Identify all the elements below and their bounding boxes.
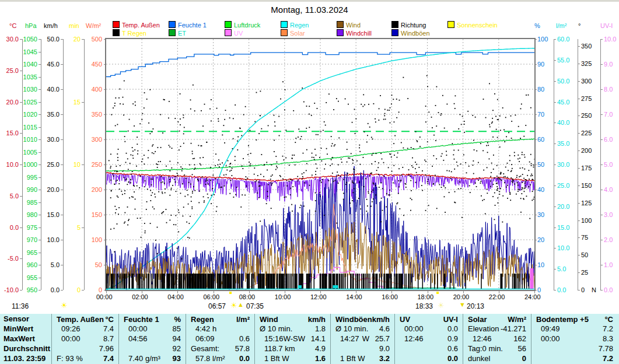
direction-dot	[145, 230, 146, 232]
axis-tick-label: 275	[581, 96, 592, 102]
direction-dot	[295, 142, 296, 143]
direction-dot	[507, 177, 508, 178]
direction-dot	[458, 150, 459, 151]
axis-tick-label: 100	[537, 36, 548, 42]
table-row-label: MinWert	[4, 324, 48, 334]
direction-dot	[380, 153, 382, 154]
table-cell-label: Tag:0 min.	[468, 344, 503, 353]
direction-dot	[454, 108, 456, 109]
summary-table: SensorMinWertMaxWertDurchschnitt11.03. 2…	[0, 314, 619, 364]
axis-tick-label: 0	[537, 287, 541, 293]
direction-dot	[497, 119, 498, 120]
direction-dot	[228, 160, 229, 162]
table-row: 9.0	[331, 344, 393, 354]
axis-tick	[554, 81, 556, 82]
axis-tick-label: 350	[0, 111, 102, 117]
direction-dot	[130, 155, 131, 156]
direction-dot	[415, 182, 417, 183]
table-row: 09:497.2	[531, 324, 616, 334]
direction-dot	[390, 123, 391, 124]
direction-dot	[410, 176, 411, 177]
direction-dot	[340, 176, 341, 177]
direction-dot	[306, 163, 307, 164]
direction-dot	[193, 158, 194, 159]
direction-dot	[325, 164, 326, 165]
rain-bar	[389, 274, 390, 289]
day_length-label: 11:36	[12, 302, 29, 310]
direction-dot	[243, 114, 244, 116]
direction-dot	[206, 142, 207, 143]
direction-dot	[509, 160, 510, 161]
direction-dot	[384, 109, 386, 110]
rain-bar	[351, 274, 352, 289]
direction-dot	[492, 196, 494, 197]
direction-dot	[426, 75, 428, 76]
direction-dot	[116, 171, 117, 172]
axis-tick	[554, 60, 556, 61]
direction-dot	[162, 181, 163, 183]
direction-dot	[315, 192, 316, 194]
axis-tick	[600, 64, 603, 65]
direction-dot	[295, 164, 296, 166]
direction-dot	[520, 212, 522, 213]
rain-bar	[434, 274, 435, 289]
direction-dot	[453, 154, 454, 155]
direction-dot	[173, 224, 174, 225]
direction-dot	[212, 174, 214, 176]
direction-dot	[114, 228, 115, 229]
direction-dot	[511, 138, 512, 139]
direction-dot	[137, 186, 138, 187]
rain-bar	[122, 274, 123, 289]
direction-dot	[465, 162, 466, 163]
direction-dot	[164, 183, 165, 184]
x-axis-tick	[177, 291, 178, 293]
direction-dot	[215, 165, 216, 166]
direction-dot	[183, 215, 184, 216]
direction-dot	[511, 164, 512, 165]
table-cell-value: 1.8	[315, 324, 326, 333]
direction-dot	[399, 208, 400, 209]
axis-tick	[554, 206, 556, 207]
direction-dot	[306, 128, 307, 129]
direction-dot	[428, 205, 429, 206]
direction-dot	[302, 173, 303, 174]
direction-dot	[516, 194, 517, 195]
direction-dot	[144, 107, 145, 108]
direction-dot	[183, 114, 184, 116]
direction-dot	[190, 216, 191, 217]
direction-dot	[135, 209, 136, 210]
direction-dot	[218, 164, 219, 166]
direction-dot	[372, 190, 373, 191]
direction-dot	[352, 122, 353, 123]
table-row-label: Sensor	[4, 314, 48, 324]
direction-dot	[338, 101, 339, 102]
direction-dot	[258, 186, 260, 187]
direction-dot	[352, 160, 354, 161]
sun_start-label: 06:57	[208, 302, 226, 310]
direction-dot	[325, 125, 326, 126]
direction-dot	[134, 186, 135, 187]
rain-bar	[516, 274, 517, 289]
direction-dot	[117, 195, 118, 197]
direction-dot	[327, 153, 328, 155]
direction-dot	[506, 187, 507, 188]
table-cell-value: 162	[513, 334, 526, 343]
rain-bar	[331, 274, 332, 289]
direction-dot	[144, 155, 145, 156]
direction-dot	[363, 157, 364, 158]
axis-tick-label: 30.0	[557, 162, 569, 167]
x-axis-tick	[285, 291, 285, 293]
direction-dot	[179, 131, 180, 132]
direction-dot	[186, 222, 187, 223]
direction-dot	[157, 167, 158, 168]
direction-dot	[445, 187, 446, 188]
rain-bar	[465, 274, 466, 289]
direction-dot	[177, 173, 178, 174]
direction-dot	[405, 187, 407, 188]
direction-dot	[382, 210, 383, 211]
direction-dot	[407, 148, 408, 149]
table-cell-value: 25.7	[375, 334, 390, 343]
direction-dot	[115, 125, 116, 127]
direction-dot	[525, 187, 526, 188]
rain-bar	[353, 274, 354, 289]
